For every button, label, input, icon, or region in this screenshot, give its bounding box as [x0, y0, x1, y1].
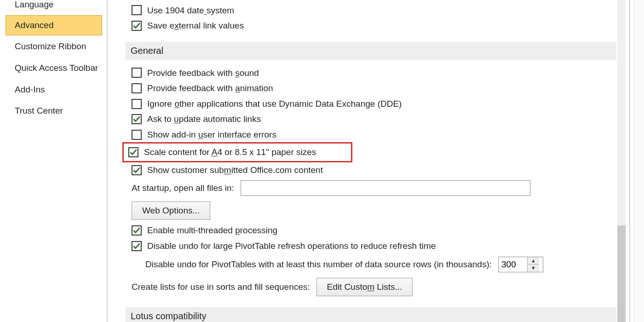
option-feedback-sound[interactable]: Provide feedback with sound: [125, 65, 616, 81]
startup-folder-input[interactable]: [241, 180, 530, 196]
option-label: Save external link values: [147, 19, 244, 32]
section-header-general: General: [125, 42, 616, 60]
option-label: Scale content for A4 or 8.5 x 11" paper …: [144, 146, 316, 159]
option-label: Show customer submitted Office.com conte…: [147, 164, 323, 177]
spinner-up-icon[interactable]: ▲: [528, 257, 539, 265]
checkbox-icon[interactable]: [132, 225, 142, 236]
spinner-down-icon[interactable]: ▼: [528, 264, 539, 272]
checkbox-icon[interactable]: [128, 147, 138, 157]
option-label: Ignore other applications that use Dynam…: [147, 98, 402, 110]
custom-lists-label: Create lists for use in sorts and fill s…: [132, 282, 310, 292]
checkbox-icon[interactable]: [132, 241, 142, 251]
option-show-customer-content[interactable]: Show customer submitted Office.com conte…: [125, 162, 616, 178]
sidebar-item-customize-ribbon[interactable]: Customize Ribbon: [6, 36, 102, 57]
option-label: Enable multi-threaded processing: [147, 224, 277, 237]
sidebar-item-trust-center[interactable]: Trust Center: [6, 101, 102, 121]
option-use-1904-date[interactable]: Use 1904 date system: [125, 3, 616, 18]
option-label: Provide feedback with sound: [147, 67, 259, 80]
options-dialog: LanguageAdvancedCustomize RibbonQuick Ac…: [0, 0, 644, 322]
edit-custom-lists-button[interactable]: Edit Custom Lists...: [316, 278, 413, 296]
web-options-button[interactable]: Web Options...: [132, 201, 210, 220]
option-save-external-link[interactable]: Save external link values: [125, 18, 616, 34]
sidebar-item-advanced[interactable]: Advanced: [6, 15, 102, 36]
window-scrollbar-track[interactable]: [634, 0, 644, 322]
option-ignore-dde[interactable]: Ignore other applications that use Dynam…: [125, 96, 616, 112]
undo-rows-spinner[interactable]: ▲ ▼: [498, 257, 543, 272]
vertical-divider: [107, 0, 108, 322]
option-disable-undo-pivot[interactable]: Disable undo for large PivotTable refres…: [125, 238, 616, 254]
option-label: Show add-in user interface errors: [147, 128, 276, 141]
option-multi-threaded[interactable]: Enable multi-threaded processing: [125, 223, 616, 238]
checkbox-icon[interactable]: [132, 99, 142, 109]
undo-rows-label: Disable undo for PivotTables with at lea…: [145, 259, 492, 270]
checkbox-icon[interactable]: [132, 5, 142, 15]
option-scale-a4[interactable]: Scale content for A4 or 8.5 x 11" paper …: [128, 144, 316, 160]
checkbox-icon[interactable]: [132, 165, 142, 175]
undo-rows-input[interactable]: [499, 257, 527, 272]
web-options-row: Web Options...: [125, 199, 616, 223]
section-header-lotus: Lotus compatibility: [125, 307, 616, 322]
option-ask-update-links[interactable]: Ask to update automatic links: [125, 111, 616, 127]
checkbox-icon[interactable]: [132, 83, 142, 93]
startup-folder-row: At startup, open all files in:: [125, 178, 616, 199]
option-label: Provide feedback with animation: [147, 82, 273, 95]
option-label: Use 1904 date system: [147, 4, 234, 17]
option-show-addin-errors[interactable]: Show add-in user interface errors: [125, 127, 616, 143]
panel-scrollbar-thumb[interactable]: [617, 225, 626, 322]
sidebar-item-quick-access-toolbar[interactable]: Quick Access Toolbar: [6, 58, 102, 79]
option-label: Ask to update automatic links: [147, 113, 261, 126]
checkbox-icon[interactable]: [132, 68, 142, 78]
option-label: Set precision as displayed: [147, 0, 249, 1]
category-sidebar: LanguageAdvancedCustomize RibbonQuick Ac…: [0, 0, 106, 322]
sidebar-item-language[interactable]: Language: [6, 0, 102, 15]
option-label: Disable undo for large PivotTable refres…: [147, 240, 436, 253]
checkbox-icon[interactable]: [132, 114, 142, 124]
undo-rows-row: Disable undo for PivotTables with at lea…: [125, 254, 616, 275]
checkbox-icon[interactable]: [132, 130, 142, 140]
options-panel: Set precision as displayed Use 1904 date…: [109, 0, 644, 322]
option-feedback-animation[interactable]: Provide feedback with animation: [125, 80, 616, 96]
dialog-right-border: [629, 0, 630, 322]
sidebar-item-add-ins[interactable]: Add-Ins: [6, 80, 102, 100]
custom-lists-row: Create lists for use in sorts and fill s…: [125, 275, 616, 299]
startup-folder-label: At startup, open all files in:: [132, 183, 234, 193]
checkbox-icon[interactable]: [132, 21, 142, 31]
highlighted-scale-a4: Scale content for A4 or 8.5 x 11" paper …: [122, 142, 352, 162]
